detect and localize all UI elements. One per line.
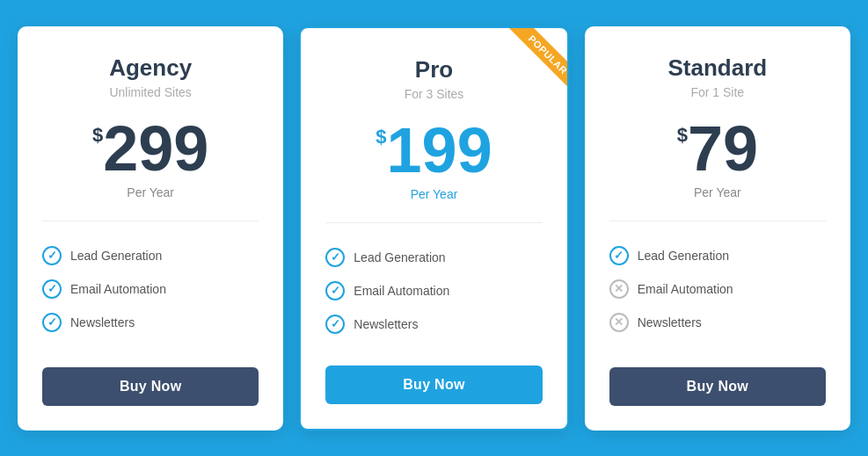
price-number: 79: [688, 117, 758, 180]
divider: [325, 222, 542, 223]
feature-item: ✓ Email Automation: [325, 274, 542, 308]
feature-label: Email Automation: [70, 282, 166, 296]
price-number: 199: [387, 119, 492, 182]
popular-badge: POPULAR: [505, 26, 568, 86]
buy-button[interactable]: Buy Now: [42, 367, 259, 406]
features-list: ✓ Lead Generation ✕ Email Automation ✕ N…: [609, 239, 826, 339]
feature-icon-check: ✓: [42, 313, 62, 332]
feature-item: ✓ Newsletters: [42, 306, 259, 339]
pricing-card-agency: Agency Unlimited Sites $ 299 Per Year ✓ …: [18, 26, 283, 431]
feature-label: Newsletters: [638, 315, 702, 329]
features-list: ✓ Lead Generation ✓ Email Automation ✓ N…: [42, 239, 259, 339]
feature-icon-cross: ✕: [609, 313, 629, 332]
pricing-container: Agency Unlimited Sites $ 299 Per Year ✓ …: [18, 26, 850, 431]
feature-item: ✓ Newsletters: [325, 308, 542, 341]
feature-label: Email Automation: [638, 282, 733, 296]
feature-label: Lead Generation: [638, 249, 729, 263]
feature-label: Lead Generation: [70, 249, 162, 263]
feature-icon-check: ✓: [325, 281, 345, 300]
features-list: ✓ Lead Generation ✓ Email Automation ✓ N…: [325, 241, 542, 341]
feature-item: ✓ Lead Generation: [325, 241, 542, 274]
price-block: $ 299: [92, 117, 208, 180]
plan-subtitle: Unlimited Sites: [109, 85, 191, 99]
feature-icon-check: ✓: [609, 246, 629, 265]
per-year: Per Year: [127, 185, 174, 199]
buy-button[interactable]: Buy Now: [325, 366, 542, 404]
feature-item: ✓ Lead Generation: [609, 239, 826, 272]
feature-item: ✕ Email Automation: [609, 272, 826, 306]
plan-name: Pro: [415, 56, 453, 83]
price-block: $ 79: [677, 117, 758, 180]
plan-subtitle: For 3 Sites: [405, 87, 464, 101]
feature-icon-check: ✓: [325, 248, 345, 267]
buy-button[interactable]: Buy Now: [609, 367, 826, 406]
pricing-card-standard: Standard For 1 Site $ 79 Per Year ✓ Lead…: [585, 26, 850, 431]
divider: [42, 221, 259, 221]
feature-label: Newsletters: [354, 317, 418, 331]
feature-icon-cross: ✕: [609, 279, 629, 299]
plan-name: Standard: [667, 54, 767, 82]
pricing-card-pro: POPULAR Pro For 3 Sites $ 199 Per Year ✓…: [299, 26, 568, 431]
feature-label: Newsletters: [70, 315, 135, 329]
price-block: $ 199: [376, 119, 492, 182]
feature-icon-check: ✓: [42, 246, 62, 265]
feature-item: ✓ Lead Generation: [42, 239, 259, 272]
currency-symbol: $: [92, 126, 103, 145]
feature-label: Email Automation: [354, 284, 449, 298]
feature-icon-check: ✓: [42, 279, 62, 299]
feature-item: ✓ Email Automation: [42, 272, 259, 306]
currency-symbol: $: [376, 127, 386, 147]
feature-icon-check: ✓: [325, 315, 345, 334]
feature-item: ✕ Newsletters: [609, 306, 826, 339]
per-year: Per Year: [411, 187, 458, 201]
currency-symbol: $: [677, 126, 688, 145]
per-year: Per Year: [694, 185, 741, 199]
feature-label: Lead Generation: [354, 250, 445, 264]
plan-name: Agency: [109, 54, 192, 82]
price-number: 299: [103, 117, 208, 180]
divider: [609, 221, 826, 221]
plan-subtitle: For 1 Site: [690, 85, 744, 99]
